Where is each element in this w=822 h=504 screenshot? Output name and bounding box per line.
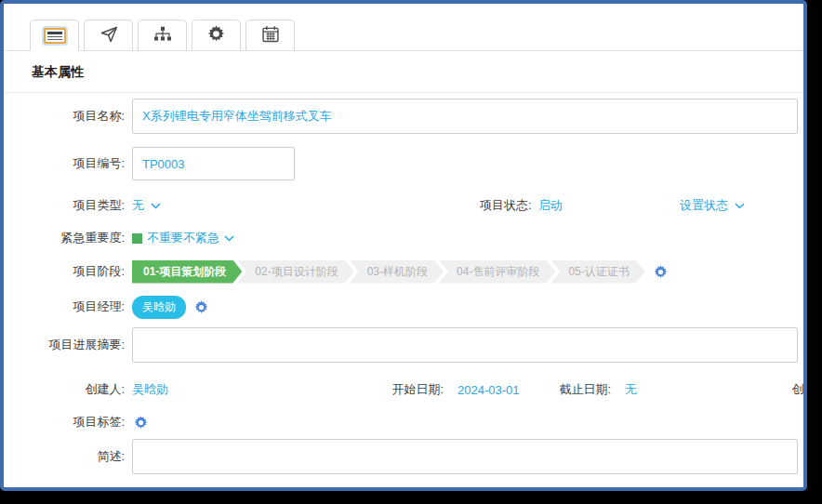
project-type-select[interactable]: 无	[132, 197, 161, 214]
project-type-label: 项目类型:	[4, 197, 132, 214]
progress-summary-label: 项目进展摘要:	[4, 337, 132, 353]
created-date-label: 创建日期:	[723, 381, 807, 398]
chevron-down-icon	[151, 203, 161, 209]
project-name-label: 项目名称:	[4, 108, 132, 125]
created-date-group: 创建日期: 2024-03-01	[723, 381, 807, 398]
due-date-value: 无	[625, 381, 637, 398]
gear-icon	[207, 25, 225, 46]
urgency-marker-icon	[132, 233, 142, 244]
project-status-label: 项目状态:	[480, 197, 532, 214]
tab-settings[interactable]	[192, 20, 241, 51]
stage-chip[interactable]: 01-项目策划阶段	[132, 260, 242, 284]
project-stage-label: 项目阶段:	[4, 263, 132, 280]
urgency-label: 紧急重要度:	[4, 230, 132, 246]
project-code-label: 项目编号:	[4, 155, 132, 172]
gear-icon	[654, 265, 668, 279]
due-date-label: 截止日期:	[490, 381, 611, 398]
stage-chip[interactable]: 05-认证证书	[550, 260, 644, 284]
tab-bar	[4, 4, 803, 51]
start-date-label: 开始日期:	[323, 381, 444, 398]
brief-input[interactable]	[132, 439, 798, 474]
tab-details[interactable]	[30, 20, 79, 51]
tab-hierarchy[interactable]	[138, 20, 187, 51]
page-title: 基本属性	[32, 64, 803, 81]
paper-plane-icon	[99, 25, 118, 46]
form-list-icon	[44, 28, 66, 44]
project-tags-label: 项目标签:	[4, 414, 132, 431]
due-date-group: 截止日期: 无	[490, 381, 637, 398]
sitemap-icon	[153, 26, 172, 46]
project-code-input[interactable]	[132, 147, 295, 180]
stage-chip[interactable]: 03-样机阶段	[350, 260, 444, 284]
brief-label: 简述:	[4, 448, 132, 465]
tags-settings-button[interactable]	[134, 416, 148, 430]
project-manager-label: 项目经理:	[4, 298, 132, 315]
project-status-group: 项目状态: 启动	[480, 197, 563, 214]
stage-chip[interactable]: 04-售前评审阶段	[439, 260, 555, 284]
stage-track: 01-项目策划阶段 02-项目设计阶段 03-样机阶段 04-售前评审阶段 05…	[132, 260, 668, 284]
progress-summary-input[interactable]	[132, 327, 798, 363]
tab-calendar[interactable]	[245, 20, 295, 51]
project-status-value: 启动	[538, 197, 563, 214]
chevron-down-icon	[224, 235, 234, 242]
urgency-select[interactable]: 不重要不紧急	[132, 230, 234, 246]
tab-send[interactable]	[84, 20, 133, 51]
calendar-icon	[261, 25, 280, 46]
creator-label: 创建人:	[4, 381, 132, 398]
chevron-down-icon	[735, 203, 745, 209]
gear-icon	[194, 300, 208, 314]
set-status-button[interactable]: 设置状态	[680, 197, 745, 214]
stage-chip[interactable]: 02-项目设计阶段	[237, 260, 353, 284]
manager-settings-button[interactable]	[194, 300, 208, 314]
creator-value: 吴晗勋	[132, 381, 168, 398]
app-window: 基本属性 项目名称: 项目编号: 项目类型: 无 项目状态: 启动	[0, 0, 807, 491]
basic-properties-form: 项目名称: 项目编号: 项目类型: 无 项目状态: 启动 设置状态	[4, 99, 803, 474]
section-divider	[4, 92, 803, 93]
project-name-input[interactable]	[132, 99, 798, 134]
gear-icon	[134, 416, 148, 430]
stage-settings-button[interactable]	[654, 265, 668, 279]
manager-badge[interactable]: 吴晗勋	[132, 296, 186, 319]
